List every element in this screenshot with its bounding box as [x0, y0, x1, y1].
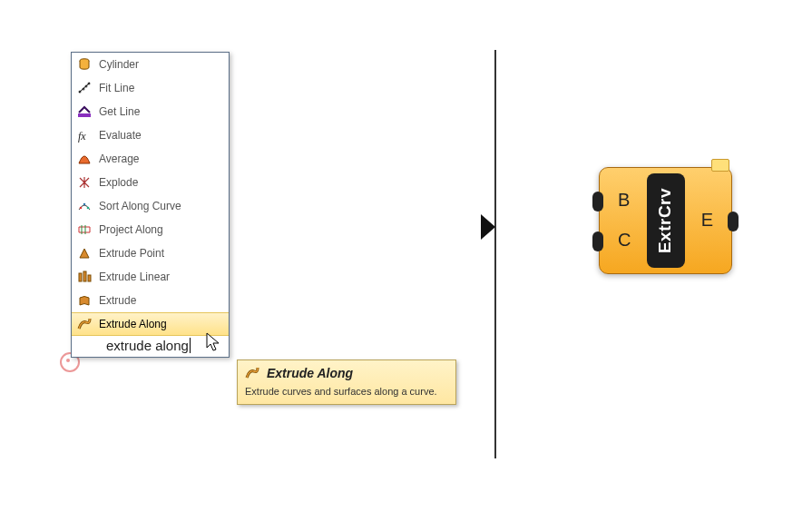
extrude-along-icon: [77, 317, 92, 331]
menu-item-extrude-point[interactable]: Extrude Point: [72, 241, 229, 265]
menu-item-fit-line[interactable]: Fit Line: [72, 76, 229, 100]
arrow-right-icon: [481, 214, 495, 240]
menu-item-average[interactable]: Average: [72, 147, 229, 171]
menu-item-project-along[interactable]: Project Along: [72, 218, 229, 241]
svg-text:fx: fx: [78, 130, 86, 143]
extrude-point-icon: [77, 246, 92, 261]
menu-item-label: Fit Line: [99, 82, 134, 94]
menu-item-label: Sort Along Curve: [99, 200, 181, 212]
menu-item-sort-along-curve[interactable]: Sort Along Curve: [72, 194, 229, 218]
extrude-linear-icon: [77, 270, 92, 284]
evaluate-icon: fx: [77, 128, 92, 143]
extrude-icon: [77, 293, 92, 308]
menu-item-explode[interactable]: Explode: [72, 171, 229, 194]
menu-item-label: Cylinder: [99, 58, 139, 71]
svg-point-9: [83, 203, 86, 206]
tooltip: Extrude Along Extrude curves and surface…: [237, 359, 456, 405]
divider-line: [494, 50, 496, 458]
menu-item-label: Extrude Point: [99, 247, 164, 260]
output-port-e-grip[interactable]: [728, 212, 739, 231]
svg-rect-13: [88, 275, 91, 281]
canvas: Cylinder Fit Line Get Line fx Evaluate: [0, 0, 812, 512]
input-port-b-grip[interactable]: [592, 192, 603, 212]
menu-item-label: Extrude Along: [99, 318, 167, 330]
menu-item-label: Extrude Linear: [99, 271, 170, 283]
component-search-popup[interactable]: Cylinder Fit Line Get Line fx Evaluate: [71, 52, 230, 358]
svg-rect-6: [78, 113, 91, 117]
tooltip-title: Extrude Along: [267, 366, 353, 380]
cylinder-icon: [77, 57, 92, 72]
svg-rect-12: [83, 271, 86, 281]
menu-item-label: Project Along: [99, 223, 163, 236]
menu-item-label: Explode: [99, 176, 138, 189]
gh-component-extrude-along[interactable]: B C E ExtrCrv: [599, 167, 732, 274]
menu-item-evaluate[interactable]: fx Evaluate: [72, 123, 229, 147]
input-port-c-grip[interactable]: [592, 231, 603, 251]
svg-line-5: [79, 83, 90, 93]
menu-item-extrude[interactable]: Extrude: [72, 289, 229, 312]
get-line-icon: [77, 104, 92, 119]
menu-item-extrude-along[interactable]: Extrude Along: [72, 312, 229, 336]
search-input[interactable]: extrude along: [72, 336, 229, 357]
component-name-pill: ExtrCrv: [647, 173, 685, 268]
project-along-icon: [77, 222, 92, 237]
search-text: extrude along: [106, 338, 189, 353]
tooltip-body: Extrude curves and surfaces along a curv…: [245, 386, 448, 397]
svg-point-10: [87, 207, 90, 210]
component-tab[interactable]: [711, 159, 729, 172]
fit-line-icon: [77, 81, 92, 95]
component-name: ExtrCrv: [656, 188, 676, 253]
svg-point-8: [80, 207, 83, 210]
input-port-c-label: C: [618, 230, 631, 251]
extrude-along-icon: [245, 366, 259, 380]
output-port-e-label: E: [701, 210, 713, 231]
menu-item-get-line[interactable]: Get Line: [72, 100, 229, 123]
average-icon: [77, 152, 92, 166]
menu-item-label: Extrude: [99, 294, 136, 307]
explode-icon: [77, 175, 92, 190]
menu-item-label: Evaluate: [99, 129, 142, 142]
menu-item-label: Get Line: [99, 105, 140, 118]
sort-along-curve-icon: [77, 199, 92, 213]
menu-item-extrude-linear[interactable]: Extrude Linear: [72, 265, 229, 289]
menu-item-cylinder[interactable]: Cylinder: [72, 53, 229, 76]
menu-item-label: Average: [99, 153, 139, 165]
svg-rect-11: [79, 273, 82, 281]
input-port-b-label: B: [618, 190, 630, 211]
